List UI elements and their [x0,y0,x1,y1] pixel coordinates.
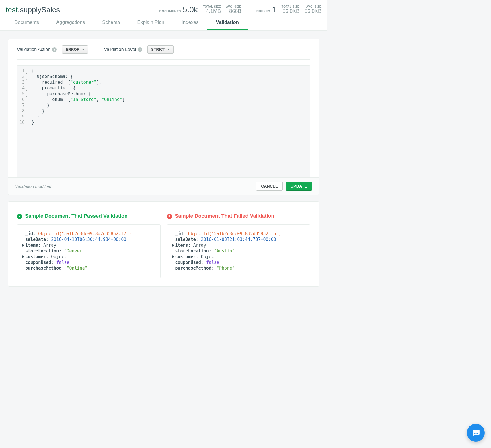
info-icon[interactable]: i [138,47,142,52]
caret-down-icon [82,49,84,50]
sample-passed-doc: _id: ObjectId("5afb2c3dc09c8d2dd5852cf7"… [17,224,161,278]
sample-failed: ✕ Sample Document That Failed Validation… [167,213,311,278]
validation-level-label: Validation Level i [104,47,143,52]
stat-indexes: INDEXES 1 [255,5,276,14]
sample-passed: ✓ Sample Document That Passed Validation… [17,213,161,278]
tab-documents[interactable]: Documents [6,16,48,30]
tab-indexes[interactable]: Indexes [173,16,207,30]
editor-gutter: 1 2 3 4 5 6 7 8 9 10 [17,66,29,177]
collection-tabs: Documents Aggregations Schema Explain Pl… [0,16,327,30]
stat-doc-avg-size: AVG. SIZE 866B [226,5,241,14]
tab-explain-plan[interactable]: Explain Plan [129,16,173,30]
collection-header: test.supplySales DOCUMENTS 5.0k TOTAL SI… [0,0,327,30]
validation-panel: Validation Action i ERROR Validation Lev… [8,39,319,195]
fold-icon[interactable] [25,70,28,72]
caret-down-icon [167,49,170,50]
sample-passed-title: Sample Document That Passed Validation [25,213,128,219]
tab-aggregations[interactable]: Aggregations [48,16,93,30]
x-circle-icon: ✕ [167,214,172,219]
sample-failed-title: Sample Document That Failed Validation [175,213,274,219]
stat-doc-total-size: TOTAL SIZE 4.1MB [203,5,221,14]
expand-caret-icon [22,255,24,258]
tab-schema[interactable]: Schema [93,16,128,30]
collection-stats: DOCUMENTS 5.0k TOTAL SIZE 4.1MB AVG. SIZ… [159,4,322,14]
fold-icon[interactable] [25,75,28,78]
stat-idx-avg-size: AVG. SIZE 56.0KB [305,5,322,14]
editor-code[interactable]: { $jsonSchema: { required: ["customer"],… [29,66,128,177]
fold-icon[interactable] [25,93,28,95]
fold-icon[interactable] [25,87,28,89]
stats-divider [248,4,248,14]
validation-status: Validation modified [15,184,51,189]
validation-level-dropdown[interactable]: STRICT [147,45,174,54]
cancel-button[interactable]: CANCEL [256,182,282,191]
namespace-db: test [6,5,18,14]
expand-caret-icon [22,244,24,247]
samples-panel: ✓ Sample Document That Passed Validation… [8,201,319,287]
expand-caret-icon [172,255,174,258]
editor-footer: Validation modified CANCEL UPDATE [8,177,319,195]
namespace: test.supplySales [6,5,60,14]
namespace-collection: supplySales [20,5,60,14]
info-icon[interactable]: i [52,47,57,52]
check-circle-icon: ✓ [17,214,22,219]
update-button[interactable]: UPDATE [286,182,312,191]
sample-failed-doc: _id: ObjectId("5afb2c3dc09c8d2dd5852cf5"… [167,224,311,278]
stat-idx-total-size: TOTAL SIZE 56.0KB [282,5,299,14]
validation-action-dropdown[interactable]: ERROR [62,45,88,54]
expand-caret-icon [172,244,174,247]
validation-action-label: Validation Action i [17,47,57,52]
validation-editor[interactable]: 1 2 3 4 5 6 7 8 9 10 { $jsonSchema: { re… [17,65,310,177]
stat-documents: DOCUMENTS 5.0k [159,5,198,14]
tab-validation[interactable]: Validation [207,16,248,30]
